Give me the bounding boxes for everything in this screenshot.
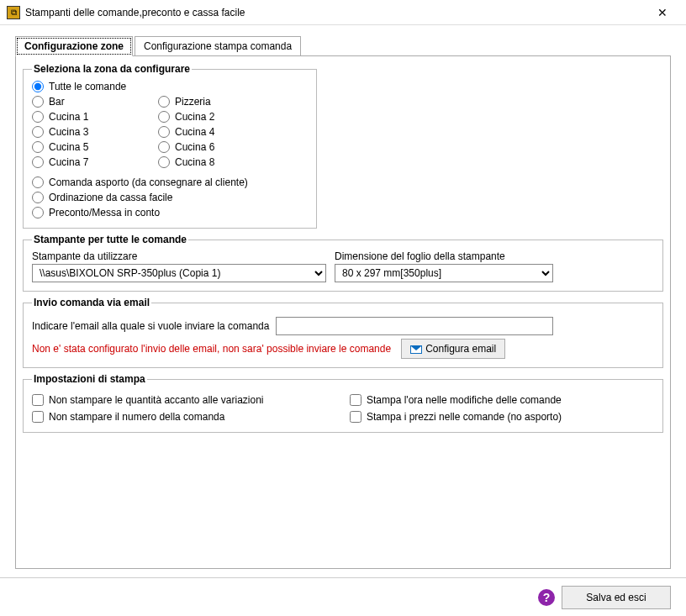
check-nonum[interactable]: Non stampare il numero della comanda: [32, 410, 336, 424]
tab-panel-zone: Seleziona la zona da configurare Tutte l…: [15, 56, 671, 569]
tab-bar: Configurazione zone Configurazione stamp…: [15, 35, 671, 56]
paper-size-select[interactable]: 80 x 297 mm[350plus]: [335, 264, 553, 282]
close-button[interactable]: ✕: [646, 1, 679, 24]
zone-fieldset: Seleziona la zona da configurare Tutte l…: [23, 63, 317, 229]
window-title: Stampanti delle comande,preconto e cassa…: [25, 7, 646, 18]
email-heading: Invio comanda via email: [32, 297, 151, 308]
save-and-exit-button[interactable]: Salva ed esci: [562, 586, 671, 609]
print-settings-heading: Impostazioni di stampa: [32, 373, 147, 385]
printer-fieldset: Stampante per tutte le comande Stampante…: [23, 234, 663, 292]
print-settings-fieldset: Impostazioni di stampa Non stampare le q…: [23, 373, 663, 433]
check-prezzi[interactable]: Stampa i prezzi nelle comande (no asport…: [350, 410, 654, 424]
configure-email-button[interactable]: Configura email: [401, 339, 505, 359]
email-input[interactable]: [276, 317, 553, 335]
title-bar: ⧉ Stampanti delle comande,preconto e cas…: [0, 0, 686, 25]
radio-cucina2[interactable]: Cucina 2: [158, 110, 284, 124]
check-ora[interactable]: Stampa l'ora nelle modifiche delle coman…: [350, 393, 654, 407]
zone-legend: Seleziona la zona da configurare: [32, 63, 192, 75]
email-fieldset: Invio comanda via email Indicare l'email…: [23, 297, 663, 368]
mail-icon: [410, 345, 422, 354]
radio-preconto[interactable]: Preconto/Messa in conto: [32, 206, 308, 219]
app-icon: ⧉: [7, 6, 20, 19]
printer-heading: Stampante per tutte le comande: [32, 234, 188, 245]
email-label: Indicare l'email alla quale si vuole inv…: [32, 320, 269, 332]
printer-dim-label: Dimensione del foglio della stampante: [335, 250, 553, 262]
content-area: Configurazione zone Configurazione stamp…: [0, 25, 686, 577]
email-warning: Non e' stata configurato l'invio delle e…: [32, 343, 391, 355]
radio-asporto[interactable]: Comanda asporto (da consegnare al client…: [32, 176, 308, 189]
radio-pizzeria[interactable]: Pizzeria: [158, 95, 284, 108]
printer-use-label: Stampante da utilizzare: [32, 250, 326, 262]
radio-cucina5[interactable]: Cucina 5: [32, 140, 158, 154]
radio-cucina3[interactable]: Cucina 3: [32, 125, 158, 139]
radio-cucina6[interactable]: Cucina 6: [158, 140, 284, 154]
tab-zone[interactable]: Configurazione zone: [15, 36, 133, 56]
radio-cucina7[interactable]: Cucina 7: [32, 155, 158, 169]
footer-bar: ? Salva ed esci: [0, 577, 686, 616]
radio-cucina1[interactable]: Cucina 1: [32, 110, 158, 124]
help-icon[interactable]: ?: [538, 589, 555, 606]
radio-cucina8[interactable]: Cucina 8: [158, 155, 284, 169]
radio-cassa[interactable]: Ordinazione da cassa facile: [32, 191, 308, 204]
printer-select[interactable]: \\asus\BIXOLON SRP-350plus (Copia 1): [32, 264, 326, 282]
tab-stampa[interactable]: Configurazione stampa comanda: [135, 36, 301, 56]
radio-cucina4[interactable]: Cucina 4: [158, 125, 284, 139]
check-noqty[interactable]: Non stampare le quantità accanto alle va…: [32, 393, 336, 407]
radio-all[interactable]: Tutte le comande: [32, 80, 308, 93]
radio-bar[interactable]: Bar: [32, 95, 158, 108]
